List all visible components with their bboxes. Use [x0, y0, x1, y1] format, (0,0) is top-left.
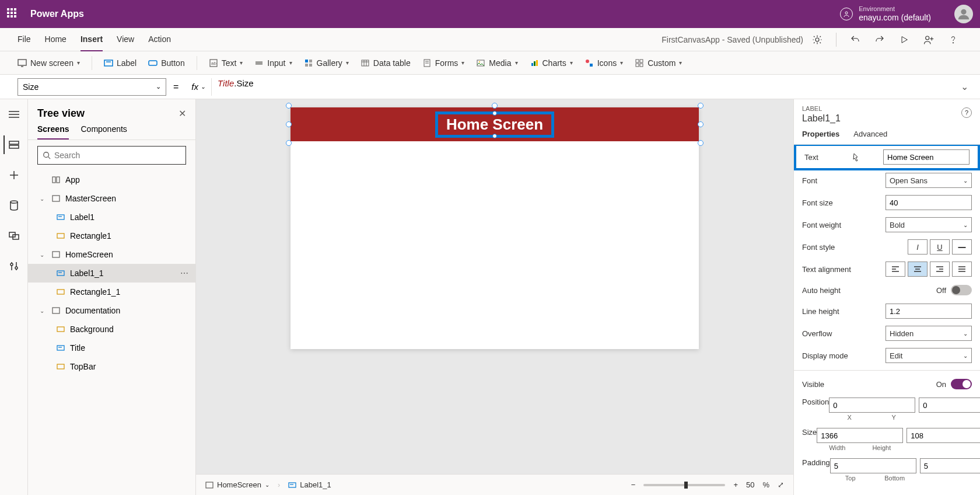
tab-file[interactable]: File — [18, 28, 31, 51]
tree-item-title[interactable]: Title — [28, 339, 195, 357]
resize-handle[interactable] — [698, 140, 704, 146]
tree-search[interactable] — [37, 146, 186, 165]
displaymode-select[interactable]: Edit⌄ — [886, 348, 972, 363]
tab-view[interactable]: View — [117, 28, 134, 51]
resize-handle[interactable] — [286, 103, 292, 109]
align-left-button[interactable] — [886, 262, 905, 277]
fontsize-input[interactable] — [886, 195, 972, 210]
formula-expand-icon[interactable]: ⌄ — [949, 81, 980, 92]
more-icon[interactable]: ⋯ — [180, 269, 188, 278]
user-avatar[interactable] — [954, 5, 973, 23]
media-panel-icon[interactable] — [5, 226, 23, 245]
insert-text-dropdown[interactable]: abText▾ — [209, 51, 243, 75]
tab-action[interactable]: Action — [148, 28, 171, 51]
align-right-button[interactable] — [930, 262, 950, 277]
redo-icon[interactable] — [870, 30, 889, 49]
canvas-label-selected[interactable]: Home Screen — [425, 107, 565, 141]
insert-datatable-button[interactable]: Data table — [360, 51, 411, 75]
add-icon[interactable] — [5, 166, 23, 184]
font-select[interactable]: Open Sans⌄ — [886, 173, 972, 188]
help-icon[interactable] — [944, 30, 963, 49]
tab-insert[interactable]: Insert — [80, 28, 103, 51]
tree-item-masterscreen[interactable]: ⌄MasterScreen — [28, 189, 195, 208]
fit-to-window-icon[interactable]: ⤢ — [778, 480, 784, 489]
zoom-out-button[interactable]: − — [631, 480, 636, 489]
chevron-down-icon[interactable]: ⌄ — [40, 308, 47, 314]
resize-handle[interactable] — [698, 103, 704, 109]
help-icon[interactable]: ? — [961, 107, 972, 118]
svg-rect-21 — [309, 64, 312, 67]
tree-item-background[interactable]: Background — [28, 320, 195, 339]
tree-item-label1-1[interactable]: Label1_1⋯ — [28, 264, 195, 283]
padding-top-input[interactable] — [830, 458, 916, 473]
search-input[interactable] — [54, 151, 181, 160]
environment-picker[interactable]: Environment enayu.com (default) — [859, 5, 931, 23]
italic-button[interactable]: I — [908, 239, 928, 255]
tab-screens[interactable]: Screens — [37, 124, 69, 140]
app-checker-icon[interactable] — [808, 30, 827, 49]
resize-handle[interactable] — [492, 111, 497, 116]
position-y-input[interactable] — [919, 398, 980, 413]
breadcrumb-control[interactable]: Label1_1 — [288, 480, 331, 489]
undo-icon[interactable] — [846, 30, 864, 49]
insert-icons-dropdown[interactable]: Icons▾ — [584, 51, 623, 75]
insert-charts-dropdown[interactable]: Charts▾ — [530, 51, 573, 75]
tree-item-label1[interactable]: Label1 — [28, 208, 195, 226]
settings-icon[interactable] — [5, 257, 23, 276]
insert-input-dropdown[interactable]: Input▾ — [254, 51, 292, 75]
waffle-icon[interactable] — [7, 8, 19, 20]
formula-input[interactable]: Title.Size — [212, 78, 949, 96]
share-icon[interactable] — [919, 30, 938, 49]
visible-toggle[interactable] — [951, 379, 972, 389]
resize-handle[interactable] — [286, 121, 292, 127]
tree-item-rectangle1[interactable]: Rectangle1 — [28, 226, 195, 245]
align-justify-button[interactable] — [952, 262, 972, 277]
tab-home[interactable]: Home — [45, 28, 66, 51]
environment-icon[interactable] — [840, 8, 853, 20]
size-height-input[interactable] — [907, 428, 980, 443]
play-icon[interactable] — [895, 30, 914, 49]
align-center-button[interactable] — [908, 262, 928, 277]
tree-view-icon[interactable] — [4, 135, 23, 154]
chevron-down-icon[interactable]: ⌄ — [40, 252, 47, 258]
size-width-input[interactable] — [817, 428, 903, 443]
overflow-select[interactable]: Hidden⌄ — [886, 326, 972, 341]
tab-properties[interactable]: Properties — [802, 130, 839, 144]
breadcrumb-screen[interactable]: HomeScreen ⌄ — [205, 480, 270, 489]
autoheight-toggle[interactable] — [951, 285, 972, 295]
strikethrough-button[interactable]: — — [952, 239, 972, 255]
text-input[interactable] — [883, 149, 970, 165]
hamburger-icon[interactable] — [5, 105, 23, 124]
insert-custom-dropdown[interactable]: Custom▾ — [635, 51, 682, 75]
data-icon[interactable] — [5, 196, 23, 215]
zoom-in-button[interactable]: + — [733, 480, 738, 489]
insert-button-button[interactable]: Button — [148, 51, 184, 75]
new-screen-button[interactable]: New screen ▾ — [18, 51, 80, 75]
lineheight-input[interactable] — [886, 304, 972, 319]
chevron-down-icon[interactable]: ⌄ — [40, 196, 47, 202]
insert-toolbar: New screen ▾ Label Button abText▾ Input▾… — [0, 51, 980, 75]
resize-handle[interactable] — [286, 140, 292, 146]
tab-components[interactable]: Components — [80, 124, 127, 140]
padding-bottom-input[interactable] — [920, 458, 980, 473]
property-selector[interactable]: Size ⌄ — [18, 78, 166, 96]
tree-item-app[interactable]: App — [28, 170, 195, 189]
canvas-screen[interactable]: Home Screen — [290, 107, 699, 349]
zoom-slider[interactable] — [643, 484, 725, 486]
resize-handle[interactable] — [698, 121, 704, 127]
tab-advanced[interactable]: Advanced — [853, 130, 887, 144]
underline-button[interactable]: U — [930, 239, 950, 255]
position-x-input[interactable] — [829, 398, 915, 413]
insert-gallery-dropdown[interactable]: Gallery▾ — [304, 51, 349, 75]
fx-button[interactable]: fx⌄ — [186, 78, 212, 96]
tree-item-documentation[interactable]: ⌄Documentation — [28, 301, 195, 320]
insert-forms-dropdown[interactable]: Forms▾ — [422, 51, 465, 75]
insert-media-dropdown[interactable]: Media▾ — [476, 51, 517, 75]
tree-item-homescreen[interactable]: ⌄HomeScreen — [28, 245, 195, 264]
close-icon[interactable]: ✕ — [178, 108, 186, 119]
tree-item-rectangle1-1[interactable]: Rectangle1_1 — [28, 283, 195, 301]
tree-item-topbar[interactable]: TopBar — [28, 357, 195, 376]
fontweight-select[interactable]: Bold⌄ — [886, 217, 972, 232]
resize-handle[interactable] — [492, 134, 497, 138]
insert-label-button[interactable]: Label — [104, 51, 136, 75]
